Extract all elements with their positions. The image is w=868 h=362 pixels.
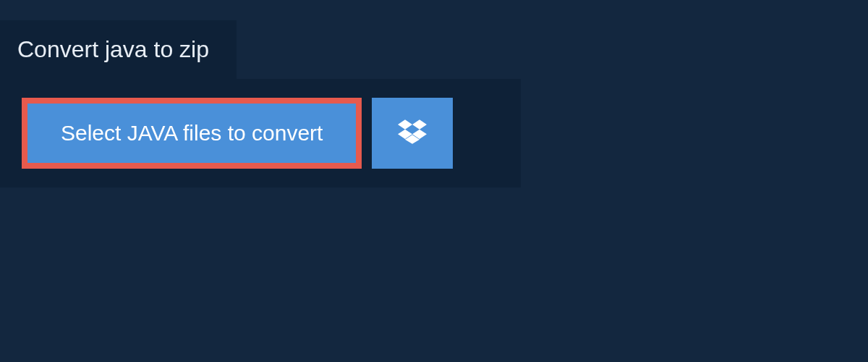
select-files-label: Select JAVA files to convert [61, 121, 323, 146]
upload-panel: Select JAVA files to convert [0, 79, 521, 188]
dropbox-icon [398, 117, 427, 149]
select-files-button[interactable]: Select JAVA files to convert [22, 98, 362, 169]
tab-convert-java-to-zip[interactable]: Convert java to zip [0, 20, 237, 79]
dropbox-button[interactable] [372, 98, 453, 169]
tab-title: Convert java to zip [17, 36, 209, 62]
